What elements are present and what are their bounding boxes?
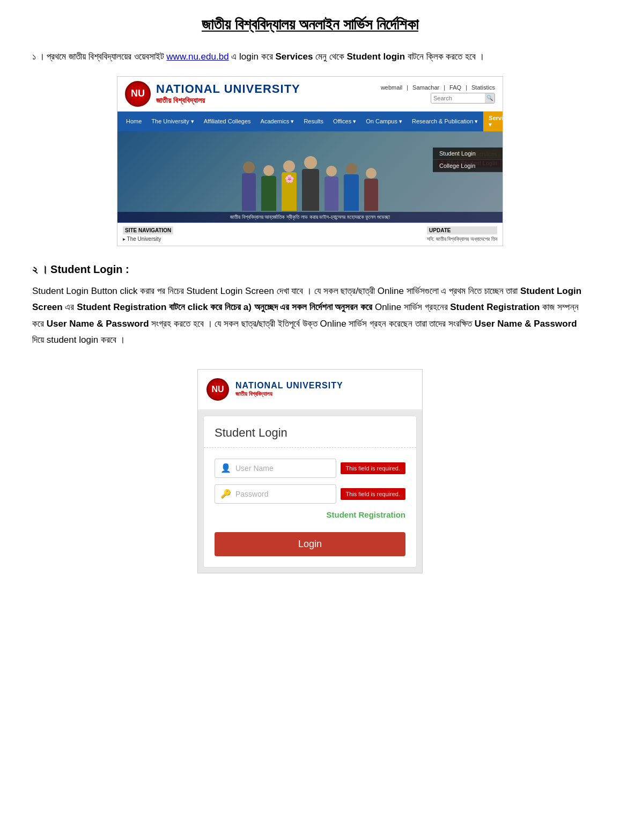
sl-form-area: 👤 User Name This field is required. 🔑 Pa… bbox=[204, 448, 416, 567]
s2-text3: Online সার্ভিস গ্রহনের bbox=[372, 302, 450, 312]
person-7 bbox=[364, 168, 378, 211]
s2-text2: এর bbox=[63, 302, 77, 312]
sl-title-en: NATIONAL UNIVERSITY bbox=[235, 381, 343, 390]
nu-title-en: NATIONAL UNIVERSITY bbox=[156, 82, 300, 96]
nu-hero-caption: জাতীয় বিশ্ববিদ্যালয় আন্তর্জাতিক স্বীকৃ… bbox=[117, 212, 503, 223]
section1-text-after: এ login করে bbox=[229, 51, 276, 62]
footer-update-text: সবি: জাতীয় বিশ্ববিদ্যালয় অধ্যাদেশের তি… bbox=[427, 236, 497, 242]
nav-offices[interactable]: Offices ▾ bbox=[329, 115, 360, 128]
nav-academics[interactable]: Academics ▾ bbox=[256, 115, 299, 128]
s2-text1: Student Login Button click করার পর নিচের… bbox=[32, 286, 520, 296]
nu-title-bn: জাতীয় বিশ্ববিদ্যালয় bbox=[156, 96, 300, 105]
section1-text2: মেনু থেকে bbox=[313, 51, 346, 62]
nu-search-input[interactable] bbox=[431, 93, 485, 103]
login-button[interactable]: Login bbox=[215, 532, 405, 556]
section2-heading: ২ । Student Login : bbox=[32, 263, 588, 276]
nu-site-box: NU NATIONAL UNIVERSITY জাতীয় বিশ্ববিদ্য… bbox=[117, 76, 503, 246]
person-1 bbox=[242, 161, 256, 211]
nu-site-header: NU NATIONAL UNIVERSITY জাতীয় বিশ্ববিদ্য… bbox=[117, 77, 503, 112]
username-input-wrap[interactable]: 👤 User Name bbox=[215, 459, 336, 478]
s2-text5: সংগ্রহ করতে হবে । যে সকল ছাত্র/ছাত্রী ইত… bbox=[149, 319, 475, 329]
s2-bold2: Student Registration বাটনে click করে নিচ… bbox=[77, 302, 372, 312]
sl-title-bn: জাতীয় বিশ্ববিদ্যালয় bbox=[235, 390, 343, 397]
student-login-bold: Student login bbox=[347, 51, 405, 62]
password-placeholder: Password bbox=[235, 490, 268, 498]
nu-logo-area: NU NATIONAL UNIVERSITY জাতীয় বিশ্ববিদ্য… bbox=[125, 81, 300, 107]
nu-title-area: NATIONAL UNIVERSITY জাতীয় বিশ্ববিদ্যালয… bbox=[156, 82, 300, 105]
nu-hero-people: 🌸 bbox=[117, 131, 503, 223]
page-title: জাতীয় বিশ্ববিদ্যালয় অনলাইন সার্ভিস নির… bbox=[32, 16, 588, 34]
nu-website-link[interactable]: www.nu.edu.bd bbox=[166, 51, 228, 62]
dropdown-college-login[interactable]: College Login bbox=[433, 160, 503, 172]
nav-university[interactable]: The University ▾ bbox=[147, 115, 198, 128]
section2-para: Student Login Button click করার পর নিচের… bbox=[32, 283, 588, 349]
student-login-screenshot: NU NATIONAL UNIVERSITY জাতীয় বিশ্ববিদ্য… bbox=[197, 369, 423, 573]
nav-results[interactable]: Results bbox=[299, 115, 328, 128]
toplink-statistics[interactable]: Statistics bbox=[471, 84, 495, 91]
nu-search-bar[interactable]: 🔍 bbox=[431, 93, 495, 104]
password-field-row: 🔑 Password This field is required. bbox=[215, 484, 405, 504]
nav-research[interactable]: Research & Publication ▾ bbox=[408, 115, 482, 128]
sl-logo-icon: NU bbox=[206, 378, 229, 401]
password-input-wrap[interactable]: 🔑 Password bbox=[215, 484, 336, 504]
section1-text3: বাটনে ক্লিক করতে হবে । bbox=[405, 51, 484, 62]
person-5 bbox=[324, 166, 338, 211]
person-3: 🌸 bbox=[282, 160, 297, 211]
nav-campus[interactable]: On Campus ▾ bbox=[361, 115, 407, 128]
footer-nav-title: SITE NAVIGATION bbox=[123, 226, 173, 234]
nu-logo-icon: NU bbox=[125, 81, 151, 107]
nu-hero-image: 🌸 bbox=[117, 131, 503, 223]
student-registration-link[interactable]: Student Registration bbox=[215, 510, 405, 519]
people-row: 🌸 bbox=[242, 156, 378, 211]
person-2 bbox=[261, 165, 276, 211]
password-icon: 🔑 bbox=[220, 489, 231, 499]
nu-site-footer: SITE NAVIGATION ▸ The University UPDATE … bbox=[117, 223, 503, 246]
toplink-samachar[interactable]: Samachar bbox=[412, 84, 439, 91]
person-4 bbox=[302, 156, 319, 211]
username-icon: 👤 bbox=[220, 463, 231, 473]
nu-navbar: Home The University ▾ Affiliated College… bbox=[117, 112, 503, 131]
nu-dropdown-panel: Student Login College Login bbox=[433, 148, 503, 172]
nu-footer-nav: SITE NAVIGATION ▸ The University bbox=[123, 226, 173, 242]
dropdown-student-login[interactable]: Student Login bbox=[433, 148, 503, 160]
person-6 bbox=[344, 163, 359, 211]
s2-text6: দিয়ে student login করবে । bbox=[32, 335, 125, 345]
section1-text: ১ । প্রথমে জাতীয় বিশ্ববিদ্যালয়ের ওয়েব… bbox=[32, 49, 588, 65]
s2-bold4: User Name & Password bbox=[47, 319, 149, 329]
username-placeholder: User Name bbox=[235, 464, 274, 473]
nu-footer-update: UPDATE সবি: জাতীয় বিশ্ববিদ্যালয় অধ্যাদ… bbox=[427, 226, 497, 242]
nav-home[interactable]: Home bbox=[122, 115, 146, 128]
nav-services[interactable]: Services ▾ bbox=[483, 112, 503, 131]
nu-search-button[interactable]: 🔍 bbox=[485, 93, 494, 103]
nu-website-screenshot: NU NATIONAL UNIVERSITY জাতীয় বিশ্ববিদ্য… bbox=[32, 76, 588, 246]
footer-nav-item[interactable]: ▸ The University bbox=[123, 236, 173, 242]
s2-bold5: User Name & Password bbox=[475, 319, 577, 329]
section1-text-before: ১ । প্রথমে জাতীয় বিশ্ববিদ্যালয়ের ওয়েব… bbox=[32, 51, 166, 62]
username-field-row: 👤 User Name This field is required. bbox=[215, 459, 405, 478]
sl-form-body: Student Login 👤 User Name This field is … bbox=[203, 416, 417, 568]
nu-toplinks-row: webmail | Samachar | FAQ | Statistics bbox=[381, 84, 495, 91]
student-login-wrapper: NU NATIONAL UNIVERSITY জাতীয় বিশ্ববিদ্য… bbox=[32, 358, 588, 584]
footer-update-title: UPDATE bbox=[427, 226, 497, 234]
sl-form-title: Student Login bbox=[204, 416, 416, 448]
password-required-badge: This field is required. bbox=[341, 488, 406, 500]
nav-affiliated[interactable]: Affiliated Colleges bbox=[200, 115, 255, 128]
sl-header: NU NATIONAL UNIVERSITY জাতীয় বিশ্ববিদ্য… bbox=[198, 370, 422, 410]
sl-title-area: NATIONAL UNIVERSITY জাতীয় বিশ্ববিদ্যালয… bbox=[235, 381, 343, 397]
toplink-faq[interactable]: FAQ bbox=[449, 84, 461, 91]
nu-toplinks: webmail | Samachar | FAQ | Statistics 🔍 bbox=[381, 84, 495, 104]
s2-bold3: Student Registration bbox=[450, 302, 540, 312]
toplink-webmail[interactable]: webmail bbox=[381, 84, 402, 91]
services-bold: Services bbox=[275, 51, 313, 62]
username-required-badge: This field is required. bbox=[341, 462, 406, 474]
